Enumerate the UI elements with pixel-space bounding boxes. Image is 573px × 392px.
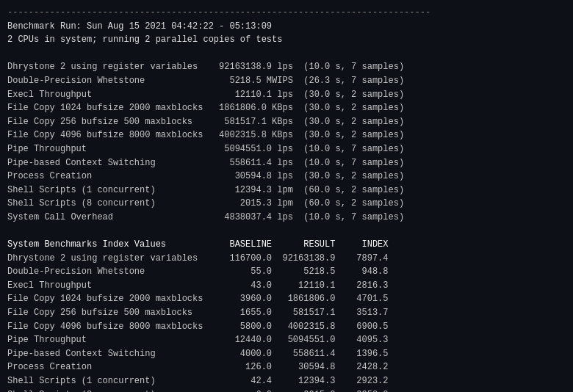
benchmark-row: Shell Scripts (1 concurrent) 12394.3 lpm… [7,184,566,197]
benchmark-section: Dhrystone 2 using register variables 921… [7,60,566,224]
index-row: Shell Scripts (1 concurrent) 42.4 12394.… [7,374,566,388]
index-row: File Copy 4096 bufsize 8000 maxblocks 58… [7,320,566,334]
index-row: Execl Throughput 43.0 12110.1 2816.3 [7,279,566,293]
benchmark-row: Dhrystone 2 using register variables 921… [7,60,566,74]
benchmark-row: File Copy 1024 bufsize 2000 maxblocks 18… [7,101,566,115]
terminal-output: ----------------------------------------… [0,0,573,392]
index-section: System Benchmarks Index Values BASELINE … [7,238,566,392]
index-row: Pipe Throughput 12440.0 5094551.0 4095.3 [7,333,566,347]
benchmark-row: Shell Scripts (8 concurrent) 2015.3 lpm … [7,197,566,211]
index-row: Pipe-based Context Switching 4000.0 5586… [7,347,566,361]
separator-top: ----------------------------------------… [7,6,566,20]
blank1 [7,47,566,61]
benchmark-row: File Copy 256 bufsize 500 maxblocks 5815… [7,115,566,129]
index-row: Process Creation 126.0 30594.8 2428.2 [7,360,566,374]
header-line1: Benchmark Run: Sun Aug 15 2021 04:42:22 … [7,20,566,34]
benchmark-row: Execl Throughput 12110.1 lps (30.0 s, 2 … [7,88,566,102]
benchmark-row: Pipe Throughput 5094551.0 lps (10.0 s, 7… [7,142,566,156]
benchmark-row: Pipe-based Context Switching 558611.4 lp… [7,156,566,170]
benchmark-row: File Copy 4096 bufsize 8000 maxblocks 40… [7,128,566,142]
index-row: Shell Scripts (8 concurrent) 6.0 2015.3 … [7,388,566,392]
index-row: Double-Precision Whetstone 55.0 5218.5 9… [7,265,566,279]
index-row: File Copy 256 bufsize 500 maxblocks 1655… [7,306,566,320]
benchmark-row: System Call Overhead 4838037.4 lps (10.0… [7,211,566,225]
index-row: File Copy 1024 bufsize 2000 maxblocks 39… [7,292,566,306]
benchmark-row: Process Creation 30594.8 lps (30.0 s, 2 … [7,170,566,184]
index-row: Dhrystone 2 using register variables 116… [7,252,566,266]
benchmark-row: Double-Precision Whetstone 5218.5 MWIPS … [7,74,566,88]
index-header-row: System Benchmarks Index Values BASELINE … [7,238,566,252]
header-line2: 2 CPUs in system; running 2 parallel cop… [7,33,566,47]
blank2 [7,225,566,239]
